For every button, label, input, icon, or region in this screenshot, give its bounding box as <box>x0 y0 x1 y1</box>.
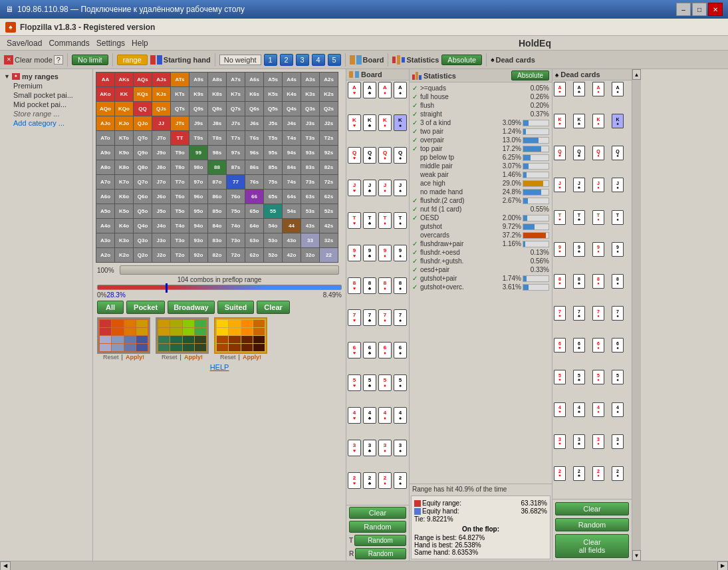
hand-cell[interactable]: 83s <box>301 160 320 175</box>
hand-cell[interactable]: Q3s <box>301 102 320 116</box>
hand-cell[interactable]: J7o <box>152 175 171 190</box>
board-card[interactable]: 4♣ <box>363 407 376 424</box>
hand-cell[interactable]: K2o <box>115 248 134 263</box>
board-card[interactable]: 5♦ <box>378 374 392 391</box>
hand-cell[interactable]: K5o <box>115 204 134 219</box>
stat-checkbox[interactable]: ✓ <box>412 110 419 118</box>
board-card[interactable]: 6♠ <box>394 342 407 358</box>
hand-cell[interactable]: J4o <box>152 219 171 233</box>
dead-card[interactable]: T♥ <box>554 210 566 225</box>
board-card[interactable]: 4♦ <box>378 407 392 424</box>
hand-cell[interactable]: JTs <box>171 116 189 131</box>
scroll-h-track[interactable] <box>11 561 717 570</box>
dead-card[interactable]: J♥ <box>554 178 566 192</box>
board-card[interactable]: K♣ <box>363 114 376 131</box>
hand-cell[interactable]: 95o <box>189 204 208 219</box>
hand-cell[interactable]: 66 <box>245 190 264 204</box>
hand-cell[interactable]: 75s <box>264 175 283 190</box>
hand-cell[interactable]: A3o <box>96 233 115 248</box>
hand-cell[interactable]: J6o <box>152 190 171 204</box>
hand-cell[interactable]: T5o <box>171 204 189 219</box>
R-random-button[interactable]: Random <box>355 548 406 559</box>
menu-commands[interactable]: Commands <box>46 38 92 49</box>
board-card[interactable]: 2♦ <box>378 472 392 489</box>
help-label[interactable]: HELP <box>94 362 344 372</box>
no-limit-button[interactable]: No limit <box>72 55 108 65</box>
dead-card[interactable]: 3♦ <box>592 434 604 449</box>
hand-cell[interactable]: AKo <box>96 87 115 102</box>
hand-cell[interactable]: K7s <box>227 87 245 102</box>
hand-cell[interactable]: ATo <box>96 131 115 146</box>
stat-checkbox[interactable]: ✓ <box>412 128 419 135</box>
apply-btn-1[interactable]: Apply! <box>126 354 144 360</box>
board-clear-button[interactable]: Clear <box>349 507 406 519</box>
board-card[interactable]: 8♦ <box>378 277 392 294</box>
dead-card[interactable]: T♦ <box>592 210 604 225</box>
hand-cell[interactable]: J6s <box>245 116 264 131</box>
dead-card[interactable]: T♣ <box>573 210 585 225</box>
range-button[interactable]: range <box>117 55 148 65</box>
reset-btn-2[interactable]: Reset <box>162 354 178 360</box>
hand-cell[interactable]: T7s <box>227 131 245 146</box>
hand-cell[interactable]: K8s <box>208 87 227 102</box>
absolute-button[interactable]: Absolute <box>441 55 482 65</box>
hand-cell[interactable]: T2o <box>171 248 189 263</box>
hand-cell[interactable]: 82s <box>320 160 338 175</box>
hand-cell[interactable]: KK <box>115 87 134 102</box>
hand-cell[interactable]: 99 <box>189 146 208 160</box>
scroll-up-button[interactable]: ▲ <box>632 69 641 80</box>
hand-cell[interactable]: 96o <box>189 190 208 204</box>
board-card[interactable]: 6♣ <box>363 342 376 358</box>
board-random-button[interactable]: Random <box>349 521 406 533</box>
hand-cell[interactable]: 53o <box>264 233 283 248</box>
hand-cell[interactable]: 85s <box>264 160 283 175</box>
range-item-mid[interactable]: Mid pocket pai... <box>3 100 90 109</box>
board-card[interactable]: 9♣ <box>363 245 376 261</box>
hand-cell[interactable]: J9o <box>152 146 171 160</box>
range-item-store[interactable]: Store range ... <box>3 109 90 118</box>
hand-cell[interactable]: 94s <box>283 146 301 160</box>
help-question[interactable]: ? <box>54 55 63 65</box>
scroll-right-button[interactable]: ▶ <box>717 561 728 571</box>
hand-cell[interactable]: Q3o <box>134 233 152 248</box>
hand-cell[interactable]: 77 <box>227 175 245 190</box>
dead-card[interactable]: 9♦ <box>592 242 604 257</box>
board-card[interactable]: A♣ <box>363 82 376 98</box>
hand-cell[interactable]: QQ <box>134 102 152 116</box>
hand-cell[interactable]: A9s <box>189 72 208 87</box>
board-card[interactable]: 3♠ <box>394 440 407 456</box>
dead-clear-button[interactable]: Clear <box>555 502 629 515</box>
hand-cell[interactable]: 85o <box>208 204 227 219</box>
stat-checkbox[interactable]: ✓ <box>412 136 419 144</box>
stat-checkbox[interactable]: ✓ <box>412 240 419 247</box>
hand-cell[interactable]: 53s <box>301 204 320 219</box>
hand-cell[interactable]: 42s <box>320 219 338 233</box>
hand-cell[interactable]: 52o <box>264 248 283 263</box>
dead-card[interactable]: K♣ <box>573 114 585 128</box>
board-card[interactable]: K♥ <box>348 114 361 131</box>
dead-card[interactable]: 3♠ <box>612 434 624 449</box>
hand-cell[interactable]: 84o <box>208 219 227 233</box>
board-card[interactable]: 4♠ <box>394 407 407 424</box>
hand-cell[interactable]: QTo <box>134 131 152 146</box>
menu-save-load[interactable]: Save/load <box>4 38 45 49</box>
hand-cell[interactable]: 65s <box>264 190 283 204</box>
dead-card[interactable]: 7♦ <box>592 306 604 321</box>
hand-cell[interactable]: A2s <box>320 72 338 87</box>
right-scrollbar[interactable]: ▲ ▼ <box>632 69 641 561</box>
hand-cell[interactable]: 43o <box>283 233 301 248</box>
hand-cell[interactable]: 43s <box>301 219 320 233</box>
hand-cell[interactable]: KJo <box>115 116 134 131</box>
hand-cell[interactable]: 86s <box>245 160 264 175</box>
hand-cell[interactable]: 83o <box>208 233 227 248</box>
hand-cell[interactable]: AQo <box>96 102 115 116</box>
board-card[interactable]: 3♣ <box>363 440 376 456</box>
hand-cell[interactable]: 44 <box>283 219 301 233</box>
hand-cell[interactable]: T4s <box>283 131 301 146</box>
hand-cell[interactable]: 93o <box>189 233 208 248</box>
board-card[interactable]: J♣ <box>363 180 376 196</box>
hand-cell[interactable]: T9s <box>189 131 208 146</box>
board-card[interactable]: T♠ <box>394 212 407 229</box>
hand-cell[interactable]: K8o <box>115 160 134 175</box>
scrollbar-track[interactable] <box>120 265 339 275</box>
